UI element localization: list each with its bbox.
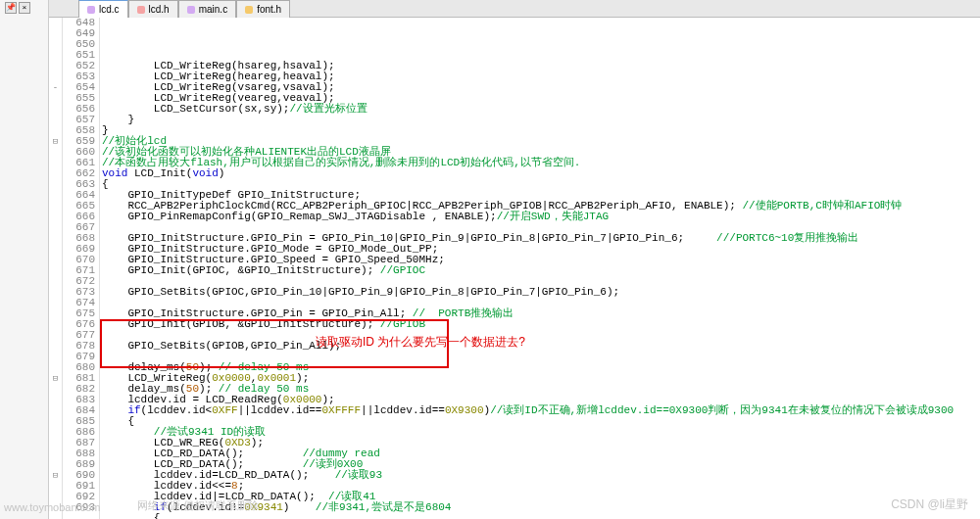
code-line[interactable]: LCD_SetCursor(sx,sy);//设置光标位置: [102, 104, 980, 115]
file-icon: [245, 6, 253, 14]
fold-toggle: [49, 266, 62, 277]
code-editor[interactable]: -⊟⊟⊟ 64864965065165265365465565665765865…: [49, 18, 980, 519]
fold-toggle: [49, 428, 62, 439]
code-line[interactable]: }: [102, 125, 980, 136]
fold-toggle: [49, 62, 62, 72]
fold-toggle: [49, 256, 62, 266]
code-line[interactable]: void LCD_Init(void): [102, 168, 980, 179]
side-panel: 📌 ×: [0, 0, 49, 519]
fold-toggle: [49, 159, 62, 169]
fold-toggle: [49, 169, 62, 180]
fold-toggle: [49, 245, 62, 256]
watermark-mid: 网络来源,侵权请联系删除: [137, 498, 259, 513]
fold-toggle: [49, 406, 62, 417]
fold-toggle: [49, 396, 62, 406]
fold-toggle: [49, 482, 62, 493]
code-line[interactable]: {: [102, 513, 980, 519]
fold-toggle: [49, 29, 62, 40]
fold-toggle[interactable]: ⊟: [49, 374, 62, 385]
fold-toggle: [49, 331, 62, 342]
code-line[interactable]: GPIO_PinRemapConfig(GPIO_Remap_SWJ_JTAGD…: [102, 212, 980, 222]
fold-toggle: [49, 191, 62, 202]
fold-toggle: [49, 353, 62, 363]
fold-toggle: [49, 19, 62, 29]
line-number-gutter: 6486496506516526536546556566576586596606…: [63, 18, 100, 519]
watermark-left: www.toymoban.com: [4, 501, 100, 513]
fold-toggle: [49, 363, 62, 374]
fold-toggle: [49, 449, 62, 460]
close-icon[interactable]: ×: [19, 2, 30, 14]
code-line[interactable]: GPIO_SetBits(GPIOC,GPIO_Pin_10|GPIO_Pin_…: [102, 287, 980, 298]
code-line[interactable]: if(lcddev.id<0XFF||lcddev.id==0XFFFF||lc…: [102, 405, 980, 416]
fold-toggle: [49, 277, 62, 288]
file-icon: [137, 6, 145, 14]
fold-toggle[interactable]: ⊟: [49, 137, 62, 148]
tab-label: lcd.h: [149, 4, 170, 15]
file-icon: [87, 6, 95, 14]
code-body[interactable]: 读取驱动ID 为什么要先写一个数据进去? LCD_WriteReg(hsareg…: [100, 18, 980, 519]
tab-lcd-h[interactable]: lcd.h: [128, 0, 178, 18]
fold-toggle: [49, 116, 62, 126]
fold-toggle: [49, 40, 62, 51]
code-line[interactable]: GPIO_SetBits(GPIOB,GPIO_Pin_All);: [102, 341, 980, 352]
editor-tabs: lcd.clcd.hmain.cfont.h: [49, 0, 980, 18]
fold-toggle: [49, 417, 62, 428]
pin-icon[interactable]: 📌: [5, 2, 17, 14]
fold-toggle: [49, 342, 62, 353]
fold-toggle: [49, 439, 62, 449]
fold-toggle[interactable]: ⊟: [49, 471, 62, 482]
fold-toggle: [49, 212, 62, 223]
tab-label: main.c: [199, 4, 227, 15]
tab-main-c[interactable]: main.c: [178, 0, 236, 18]
fold-toggle: [49, 288, 62, 299]
code-line[interactable]: GPIO_Init(GPIOB, &GPIO_InitStructure); /…: [102, 319, 980, 330]
fold-toggle[interactable]: -: [49, 83, 62, 94]
fold-toggle: [49, 223, 62, 234]
fold-toggle: [49, 202, 62, 212]
annotation-text: 读取驱动ID 为什么要先写一个数据进去?: [316, 337, 525, 348]
tab-label: font.h: [257, 4, 281, 15]
fold-toggle: [49, 126, 62, 137]
fold-toggle: [49, 460, 62, 471]
fold-toggle: [49, 105, 62, 116]
tab-lcd-c[interactable]: lcd.c: [78, 0, 128, 18]
code-line[interactable]: }: [102, 115, 980, 125]
fold-toggle: [49, 72, 62, 83]
fold-toggle: [49, 309, 62, 320]
fold-gutter[interactable]: -⊟⊟⊟: [49, 18, 63, 519]
fold-toggle: [49, 180, 62, 191]
tab-font-h[interactable]: font.h: [236, 0, 290, 18]
watermark-right: CSDN @li星野: [891, 496, 968, 513]
fold-toggle: [49, 94, 62, 105]
code-line[interactable]: //本函数占用较大flash,用户可以根据自己的实际情况,删除未用到的LCD初始…: [102, 158, 980, 168]
fold-toggle: [49, 51, 62, 62]
tab-label: lcd.c: [99, 4, 120, 15]
fold-toggle: [49, 148, 62, 159]
code-line[interactable]: GPIO_Init(GPIOC, &GPIO_InitStructure); /…: [102, 265, 980, 276]
fold-toggle: [49, 299, 62, 309]
file-icon: [187, 6, 195, 14]
fold-toggle: [49, 385, 62, 396]
fold-toggle: [49, 234, 62, 245]
fold-toggle: [49, 320, 62, 331]
